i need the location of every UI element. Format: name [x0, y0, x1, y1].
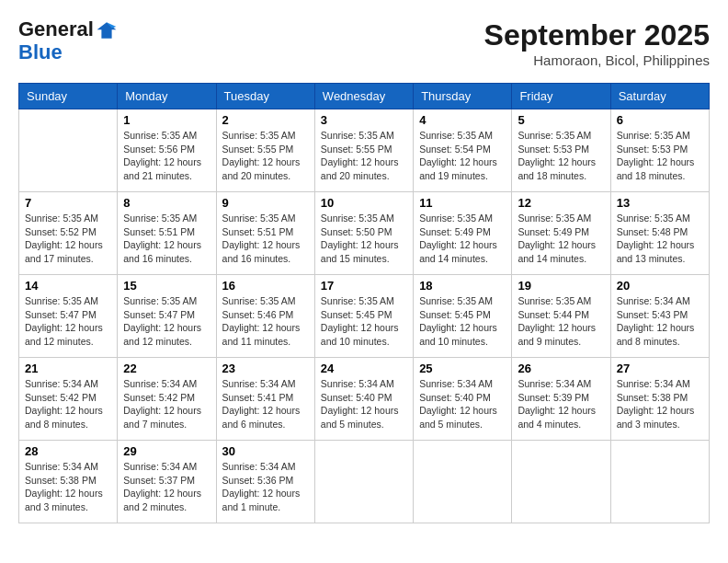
- day-info: Sunrise: 5:35 AM Sunset: 5:56 PM Dayligh…: [123, 129, 210, 183]
- day-number: 1: [123, 113, 210, 127]
- day-number: 20: [617, 279, 703, 293]
- title-block: September 2025 Hamoraon, Bicol, Philippi…: [484, 18, 710, 68]
- day-info: Sunrise: 5:34 AM Sunset: 5:38 PM Dayligh…: [617, 377, 703, 431]
- day-info: Sunrise: 5:34 AM Sunset: 5:40 PM Dayligh…: [419, 377, 506, 431]
- logo-blue: Blue: [18, 41, 118, 63]
- calendar-cell: 28Sunrise: 5:34 AM Sunset: 5:38 PM Dayli…: [19, 441, 118, 523]
- calendar-cell: [414, 441, 512, 523]
- day-number: 10: [321, 196, 407, 210]
- calendar-cell: 17Sunrise: 5:35 AM Sunset: 5:45 PM Dayli…: [314, 275, 413, 358]
- week-row-5: 28Sunrise: 5:34 AM Sunset: 5:38 PM Dayli…: [19, 441, 710, 523]
- svg-marker-0: [97, 22, 117, 39]
- calendar-cell: 24Sunrise: 5:34 AM Sunset: 5:40 PM Dayli…: [314, 358, 413, 441]
- day-info: Sunrise: 5:34 AM Sunset: 5:43 PM Dayligh…: [617, 294, 703, 349]
- week-row-4: 21Sunrise: 5:34 AM Sunset: 5:42 PM Dayli…: [19, 358, 710, 441]
- header-saturday: Saturday: [610, 84, 709, 109]
- day-number: 28: [25, 444, 111, 458]
- week-row-1: 1Sunrise: 5:35 AM Sunset: 5:56 PM Daylig…: [19, 109, 710, 192]
- day-number: 9: [222, 196, 309, 210]
- week-row-2: 7Sunrise: 5:35 AM Sunset: 5:52 PM Daylig…: [19, 192, 710, 275]
- day-number: 25: [419, 362, 506, 375]
- day-info: Sunrise: 5:35 AM Sunset: 5:47 PM Dayligh…: [123, 294, 210, 349]
- day-info: Sunrise: 5:35 AM Sunset: 5:44 PM Dayligh…: [518, 294, 604, 349]
- calendar-cell: 5Sunrise: 5:35 AM Sunset: 5:53 PM Daylig…: [512, 109, 610, 192]
- calendar-cell: 7Sunrise: 5:35 AM Sunset: 5:52 PM Daylig…: [19, 192, 118, 275]
- day-info: Sunrise: 5:35 AM Sunset: 5:51 PM Dayligh…: [222, 212, 309, 266]
- day-number: 19: [518, 279, 604, 293]
- header-thursday: Thursday: [414, 84, 512, 109]
- day-number: 18: [419, 279, 506, 293]
- day-number: 7: [25, 196, 111, 210]
- day-info: Sunrise: 5:34 AM Sunset: 5:36 PM Dayligh…: [222, 460, 309, 514]
- day-number: 11: [419, 196, 506, 210]
- header-sunday: Sunday: [19, 84, 118, 109]
- calendar-cell: 2Sunrise: 5:35 AM Sunset: 5:55 PM Daylig…: [216, 109, 314, 192]
- calendar-cell: 8Sunrise: 5:35 AM Sunset: 5:51 PM Daylig…: [118, 192, 216, 275]
- day-info: Sunrise: 5:35 AM Sunset: 5:46 PM Dayligh…: [222, 294, 309, 349]
- day-number: 4: [419, 113, 506, 127]
- day-number: 8: [123, 196, 210, 210]
- day-number: 21: [25, 362, 111, 375]
- day-info: Sunrise: 5:35 AM Sunset: 5:47 PM Dayligh…: [25, 294, 111, 349]
- logo: General Blue: [18, 18, 118, 63]
- header-wednesday: Wednesday: [314, 84, 413, 109]
- day-info: Sunrise: 5:34 AM Sunset: 5:42 PM Dayligh…: [25, 377, 111, 431]
- day-info: Sunrise: 5:34 AM Sunset: 5:37 PM Dayligh…: [123, 460, 210, 514]
- day-info: Sunrise: 5:35 AM Sunset: 5:48 PM Dayligh…: [617, 212, 703, 266]
- day-number: 26: [518, 362, 604, 375]
- calendar-cell: 1Sunrise: 5:35 AM Sunset: 5:56 PM Daylig…: [118, 109, 216, 192]
- day-info: Sunrise: 5:34 AM Sunset: 5:42 PM Dayligh…: [123, 377, 210, 431]
- day-number: 5: [518, 113, 604, 127]
- day-info: Sunrise: 5:35 AM Sunset: 5:51 PM Dayligh…: [123, 212, 210, 266]
- day-info: Sunrise: 5:35 AM Sunset: 5:45 PM Dayligh…: [419, 294, 506, 349]
- calendar-cell: 13Sunrise: 5:35 AM Sunset: 5:48 PM Dayli…: [610, 192, 709, 275]
- day-info: Sunrise: 5:34 AM Sunset: 5:41 PM Dayligh…: [222, 377, 309, 431]
- day-number: 30: [222, 444, 309, 458]
- calendar-cell: 18Sunrise: 5:35 AM Sunset: 5:45 PM Dayli…: [414, 275, 512, 358]
- day-number: 16: [222, 279, 309, 293]
- day-number: 2: [222, 113, 309, 127]
- logo-bird-icon: [96, 19, 118, 41]
- calendar-cell: [314, 441, 413, 523]
- calendar-cell: 3Sunrise: 5:35 AM Sunset: 5:55 PM Daylig…: [314, 109, 413, 192]
- day-number: 27: [617, 362, 703, 375]
- calendar-cell: 15Sunrise: 5:35 AM Sunset: 5:47 PM Dayli…: [118, 275, 216, 358]
- day-number: 12: [518, 196, 604, 210]
- week-row-3: 14Sunrise: 5:35 AM Sunset: 5:47 PM Dayli…: [19, 275, 710, 358]
- calendar-cell: 20Sunrise: 5:34 AM Sunset: 5:43 PM Dayli…: [610, 275, 709, 358]
- header-tuesday: Tuesday: [216, 84, 314, 109]
- day-number: 15: [123, 279, 210, 293]
- day-number: 14: [25, 279, 111, 293]
- logo-general: General: [18, 17, 94, 40]
- calendar-cell: 22Sunrise: 5:34 AM Sunset: 5:42 PM Dayli…: [118, 358, 216, 441]
- day-info: Sunrise: 5:35 AM Sunset: 5:55 PM Dayligh…: [222, 129, 309, 183]
- calendar-cell: 19Sunrise: 5:35 AM Sunset: 5:44 PM Dayli…: [512, 275, 610, 358]
- day-info: Sunrise: 5:35 AM Sunset: 5:52 PM Dayligh…: [25, 212, 111, 266]
- calendar-cell: 30Sunrise: 5:34 AM Sunset: 5:36 PM Dayli…: [216, 441, 314, 523]
- day-number: 23: [222, 362, 309, 375]
- calendar-header-row: SundayMondayTuesdayWednesdayThursdayFrid…: [19, 84, 710, 109]
- day-info: Sunrise: 5:34 AM Sunset: 5:38 PM Dayligh…: [25, 460, 111, 514]
- calendar-cell: [610, 441, 709, 523]
- day-info: Sunrise: 5:35 AM Sunset: 5:54 PM Dayligh…: [419, 129, 506, 183]
- day-number: 17: [321, 279, 407, 293]
- calendar-cell: 21Sunrise: 5:34 AM Sunset: 5:42 PM Dayli…: [19, 358, 118, 441]
- calendar-cell: 6Sunrise: 5:35 AM Sunset: 5:53 PM Daylig…: [610, 109, 709, 192]
- calendar-cell: 4Sunrise: 5:35 AM Sunset: 5:54 PM Daylig…: [414, 109, 512, 192]
- day-info: Sunrise: 5:35 AM Sunset: 5:45 PM Dayligh…: [321, 294, 407, 349]
- day-number: 29: [123, 444, 210, 458]
- day-info: Sunrise: 5:35 AM Sunset: 5:49 PM Dayligh…: [518, 212, 604, 266]
- day-info: Sunrise: 5:35 AM Sunset: 5:53 PM Dayligh…: [518, 129, 604, 183]
- month-title: September 2025: [484, 18, 710, 52]
- calendar-cell: [512, 441, 610, 523]
- logo-text: General: [18, 18, 118, 41]
- calendar-cell: 10Sunrise: 5:35 AM Sunset: 5:50 PM Dayli…: [314, 192, 413, 275]
- calendar-cell: 26Sunrise: 5:34 AM Sunset: 5:39 PM Dayli…: [512, 358, 610, 441]
- calendar-cell: 16Sunrise: 5:35 AM Sunset: 5:46 PM Dayli…: [216, 275, 314, 358]
- day-number: 13: [617, 196, 703, 210]
- calendar-cell: 25Sunrise: 5:34 AM Sunset: 5:40 PM Dayli…: [414, 358, 512, 441]
- calendar-body: 1Sunrise: 5:35 AM Sunset: 5:56 PM Daylig…: [19, 109, 710, 523]
- day-info: Sunrise: 5:34 AM Sunset: 5:40 PM Dayligh…: [321, 377, 407, 431]
- day-number: 22: [123, 362, 210, 375]
- day-info: Sunrise: 5:35 AM Sunset: 5:55 PM Dayligh…: [321, 129, 407, 183]
